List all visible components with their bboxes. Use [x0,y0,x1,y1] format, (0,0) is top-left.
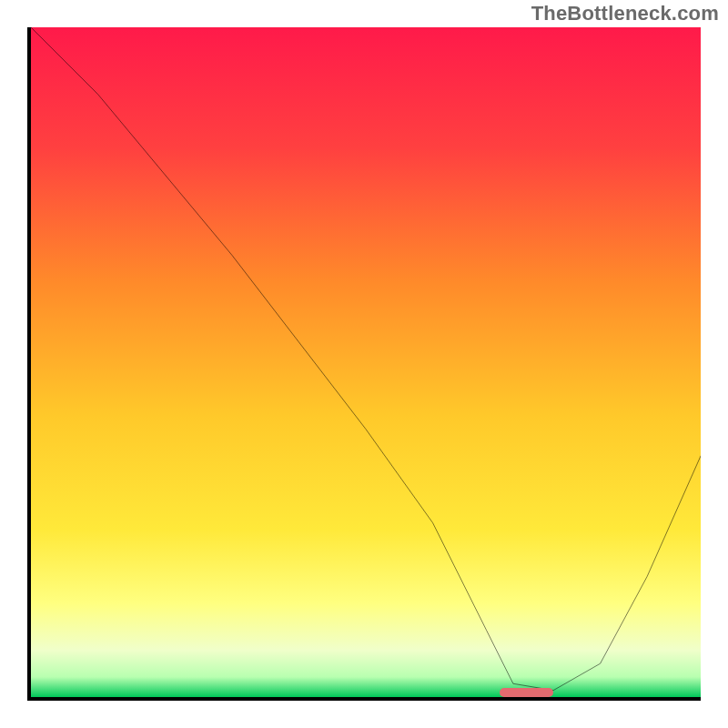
bottleneck-curve [31,27,701,697]
plot-area [27,27,701,701]
optimum-range-marker [500,688,553,697]
chart-container: TheBottleneck.com [0,0,728,728]
watermark-text: TheBottleneck.com [531,2,719,25]
